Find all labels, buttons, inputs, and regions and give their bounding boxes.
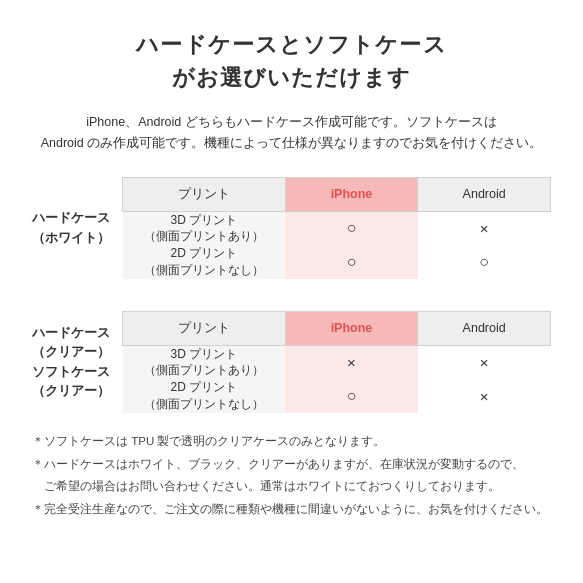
table1-row2-print: 2D プリント（側面プリントなし） [123, 245, 286, 279]
table2-row2-android: × [418, 379, 551, 413]
table1-row1-iphone: ○ [285, 211, 418, 245]
table2-row2-iphone: ○ [285, 379, 418, 413]
page-container: ハードケースとソフトケース がお選びいただけます iPhone、Android … [0, 0, 583, 546]
note3: ご希望の場合はお問い合わせください。通常はホワイトにておつくりしております。 [32, 476, 551, 497]
col-iphone-header2: iPhone [285, 311, 418, 345]
table2-section: ハードケース（クリアー） ソフトケース（クリアー） プリント iPhone A [32, 311, 551, 413]
table2-row1: 3D プリント（側面プリントあり） × × [123, 345, 551, 379]
table1-section: ハードケース（ホワイト） プリント iPhone Android [32, 177, 551, 279]
table1-row2-android: ○ [418, 245, 551, 279]
table1-row1-print: 3D プリント（側面プリントあり） [123, 211, 286, 245]
col-print-header2: プリント [123, 311, 286, 345]
col-iphone-header1: iPhone [285, 177, 418, 211]
page-title: ハードケースとソフトケース がお選びいただけます [32, 28, 551, 94]
table2-row1-print: 3D プリント（側面プリントあり） [123, 345, 286, 379]
table2: プリント iPhone Android 3D プリント（側面プリントあり） × … [122, 311, 551, 413]
note1: ＊ソフトケースは TPU 製で透明のクリアケースのみとなります。 [32, 431, 551, 452]
col-android-header2: Android [418, 311, 551, 345]
table1: プリント iPhone Android 3D プリント（側面プリントあり） ○ … [122, 177, 551, 279]
note2: ＊ハードケースはホワイト、ブラック、クリアーがありますが、在庫状況が変動するので… [32, 454, 551, 475]
table2-section-label1: ハードケース（クリアー） [32, 325, 116, 360]
table1-row1: 3D プリント（側面プリントあり） ○ × [123, 211, 551, 245]
table1-row2-iphone: ○ [285, 245, 418, 279]
table2-row2-print: 2D プリント（側面プリントなし） [123, 379, 286, 413]
subtitle-text: iPhone、Android どちらもハードケース作成可能です。ソフトケースは … [32, 112, 551, 155]
col-android-header1: Android [418, 177, 551, 211]
note4: ＊完全受注生産なので、ご注文の際に種類や機種に間違いがないように、お気を付けくだ… [32, 499, 551, 520]
table1-row2: 2D プリント（側面プリントなし） ○ ○ [123, 245, 551, 279]
table2-row1-iphone: × [285, 345, 418, 379]
col-print-header1: プリント [123, 177, 286, 211]
table1-section-label: ハードケース（ホワイト） [32, 210, 116, 245]
table1-row1-android: × [418, 211, 551, 245]
table2-row1-android: × [418, 345, 551, 379]
table2-section-label2: ソフトケース（クリアー） [32, 364, 116, 399]
table2-row2: 2D プリント（側面プリントなし） ○ × [123, 379, 551, 413]
notes-section: ＊ソフトケースは TPU 製で透明のクリアケースのみとなります。 ＊ハードケース… [32, 431, 551, 520]
